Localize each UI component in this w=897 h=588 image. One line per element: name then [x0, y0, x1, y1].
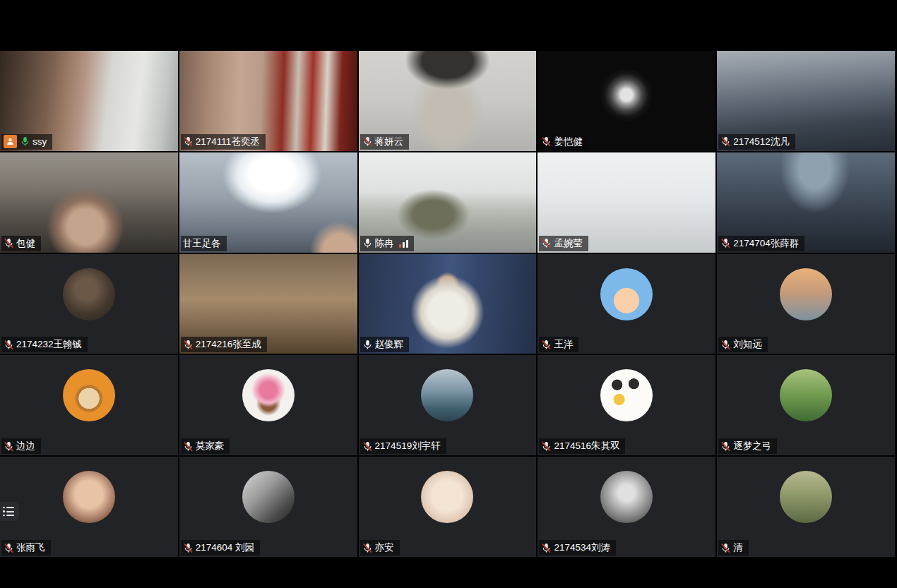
participant-label: 张雨飞: [1, 540, 51, 556]
participant-name: ssy: [32, 134, 47, 150]
participant-grid: ssy 2174111苍奕丞: [0, 51, 895, 557]
participant-tile[interactable]: 王洋: [537, 254, 715, 354]
mic-icon: [362, 543, 373, 553]
participant-tile[interactable]: 2174216张至成: [179, 254, 357, 354]
host-badge-icon: [4, 135, 17, 148]
participant-tile[interactable]: 甘王足各: [179, 152, 357, 253]
participant-label: 2174512沈凡: [718, 134, 795, 150]
mic-icon: [541, 136, 552, 147]
mic-icon: [4, 543, 14, 553]
participant-name: 亦安: [375, 540, 394, 556]
mic-icon: [183, 136, 194, 147]
participant-tile[interactable]: 2174516朱其双: [537, 355, 715, 455]
mic-icon: [541, 340, 552, 350]
participant-tile[interactable]: 莫家豪: [179, 355, 357, 455]
mic-icon: [4, 340, 14, 350]
participant-tile[interactable]: 逐梦之弓: [717, 355, 895, 455]
participant-tile[interactable]: 2174604 刘园: [179, 457, 357, 557]
participant-tile[interactable]: 蒋妍云: [359, 51, 537, 151]
participant-avatar: [421, 471, 473, 523]
participant-name: 王洋: [554, 337, 573, 352]
mic-icon: [362, 340, 373, 350]
participant-name: 蒋妍云: [375, 134, 404, 150]
participant-tile[interactable]: 2174111苍奕丞: [179, 51, 357, 151]
participant-label: 2174516朱其双: [539, 438, 625, 454]
participant-label: 2174534刘涛: [539, 540, 616, 556]
participant-label: 2174111苍奕丞: [181, 134, 266, 150]
participant-tile[interactable]: 亦安: [359, 457, 537, 557]
mic-icon: [4, 238, 14, 248]
participant-name: 2174519刘宇轩: [375, 438, 441, 454]
participant-label: 2174604 刘园: [181, 540, 260, 556]
participant-label: 2174519刘宇轩: [360, 438, 446, 454]
participant-name: 张雨飞: [16, 540, 45, 556]
participant-tile[interactable]: 2174519刘宇轩: [359, 355, 537, 455]
mic-icon: [541, 441, 552, 452]
participant-label: ssy: [1, 134, 52, 150]
participant-tile[interactable]: 孟婉莹: [537, 152, 715, 253]
participant-avatar: [780, 369, 832, 421]
mic-icon: [362, 136, 373, 147]
participant-tile[interactable]: 刘知远: [717, 254, 895, 354]
participant-tile[interactable]: 姜恺健: [537, 51, 715, 151]
participant-avatar: [63, 369, 115, 421]
participant-name: 包健: [16, 236, 35, 251]
participant-avatar: [600, 471, 653, 523]
participant-label: 边边: [1, 438, 41, 454]
participant-label: 2174704张薛群: [718, 236, 804, 251]
participant-name: 莫家豪: [196, 438, 225, 454]
participant-tile[interactable]: 陈冉: [359, 152, 537, 253]
participant-name: 孟婉莹: [554, 236, 583, 251]
participant-name: 边边: [16, 438, 35, 454]
mic-icon: [183, 441, 194, 452]
mic-icon: [183, 340, 194, 350]
participant-name: 逐梦之弓: [733, 438, 771, 454]
participant-label: 赵俊辉: [360, 337, 410, 352]
participant-name: 2174216张至成: [196, 337, 261, 352]
participant-tile[interactable]: ssy: [0, 51, 178, 151]
participant-tile[interactable]: 2174534刘涛: [537, 457, 715, 557]
participant-label: 清: [718, 540, 749, 556]
mic-icon: [362, 441, 373, 452]
mic-icon: [541, 238, 552, 248]
participant-avatar: [421, 369, 473, 421]
mic-icon: [720, 238, 731, 248]
participant-name: 2174534刘涛: [554, 540, 610, 556]
participant-label: 陈冉: [360, 236, 414, 251]
participant-tile[interactable]: 2174704张薛群: [717, 152, 895, 253]
participant-label: 2174232王翰铖: [1, 337, 88, 352]
participant-label: 亦安: [360, 540, 400, 556]
participant-label: 蒋妍云: [360, 134, 410, 150]
participant-label: 甘王足各: [181, 236, 227, 251]
mic-icon: [720, 340, 731, 350]
participant-name: 2174604 刘园: [196, 540, 254, 556]
participant-name: 2174512沈凡: [733, 134, 790, 150]
participant-avatar: [780, 268, 832, 320]
participant-name: 2174516朱其双: [554, 438, 619, 454]
mic-icon: [362, 238, 373, 248]
participant-label: 莫家豪: [181, 438, 230, 454]
participant-name: 2174111苍奕丞: [196, 134, 260, 150]
mic-icon: [183, 543, 194, 553]
network-signal-icon: [399, 239, 408, 248]
participant-label: 刘知远: [718, 337, 768, 352]
participant-avatar: [242, 369, 295, 421]
participant-tile[interactable]: 2174232王翰铖: [0, 254, 178, 354]
participant-tile[interactable]: 边边: [0, 355, 178, 455]
participant-tile[interactable]: 张雨飞: [0, 457, 178, 557]
participant-tile[interactable]: 2174512沈凡: [717, 51, 895, 151]
participant-name: 甘王足各: [183, 236, 221, 251]
participant-avatar: [780, 471, 832, 523]
participant-tile[interactable]: 包健: [0, 152, 178, 253]
participant-tile[interactable]: 清: [717, 457, 895, 557]
participant-name: 2174704张薛群: [733, 236, 799, 251]
mic-icon: [541, 543, 552, 553]
participant-tile[interactable]: 赵俊辉: [359, 254, 537, 354]
participant-label: 逐梦之弓: [718, 438, 777, 454]
participant-list-button[interactable]: [0, 502, 19, 521]
participant-name: 2174232王翰铖: [16, 337, 82, 352]
participant-avatar: [63, 471, 115, 523]
mic-icon: [720, 543, 731, 553]
participant-avatar: [242, 471, 295, 523]
participant-label: 孟婉莹: [539, 236, 588, 251]
